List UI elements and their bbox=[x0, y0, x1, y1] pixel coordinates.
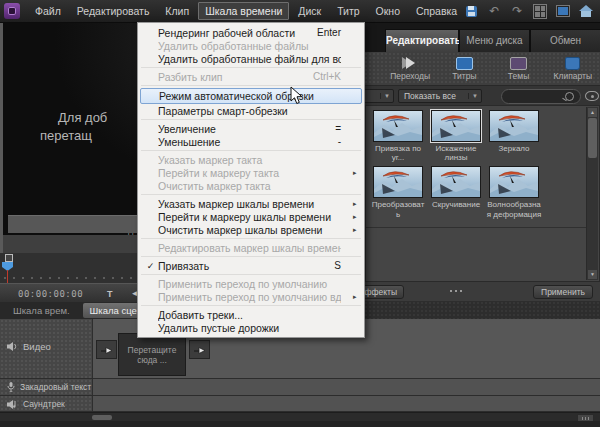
effect-item[interactable]: Скручивание bbox=[427, 166, 485, 218]
menu-item[interactable]: Удалить обработанные файлы для всех прое… bbox=[138, 52, 364, 65]
menu-item-shortcut: Ctrl+K bbox=[313, 71, 353, 82]
effect-thumbnail bbox=[373, 166, 423, 198]
redo-button[interactable]: ↷ bbox=[510, 5, 524, 18]
menu-item[interactable] bbox=[141, 256, 361, 257]
menu-item[interactable]: Редактировать маркер шкалы времени... bbox=[138, 241, 364, 254]
fullscreen-preview-button[interactable] bbox=[556, 5, 570, 18]
menu-item[interactable]: Применить переход по умолчанию вдоль CTI… bbox=[138, 290, 364, 303]
menu-item[interactable]: Удалить обработанные файлы bbox=[138, 39, 364, 52]
effect-item[interactable]: Привязка по уг... bbox=[369, 110, 427, 162]
menu-item[interactable] bbox=[141, 238, 361, 239]
menu-item[interactable]: Указать маркер такта bbox=[138, 153, 364, 166]
tasks-panel-tabs: Редактировать Меню диска Обмен bbox=[364, 22, 600, 52]
effect-item[interactable]: Преобразовать bbox=[369, 166, 427, 218]
menu-item[interactable] bbox=[141, 274, 361, 275]
track-label: Видео bbox=[23, 341, 51, 352]
effect-item[interactable]: Зеркало bbox=[485, 110, 543, 162]
menu-item[interactable]: Очистить маркер шкалы времени ▸ bbox=[138, 223, 364, 236]
effects-scrollbar[interactable]: ▲ ▼ bbox=[586, 107, 598, 280]
show-all-dropdown[interactable]: Показать все ▼ bbox=[398, 89, 482, 103]
tab-timeline-view[interactable]: Шкала врем. bbox=[6, 303, 77, 318]
save-button[interactable] bbox=[464, 5, 478, 18]
track-header-video[interactable]: Видео bbox=[0, 339, 92, 353]
menubar-item[interactable]: Клип bbox=[158, 2, 196, 20]
menu-item[interactable] bbox=[141, 150, 361, 151]
effect-item[interactable]: Волнообразная деформация bbox=[485, 166, 543, 218]
menu-item[interactable] bbox=[141, 194, 361, 195]
menu-item[interactable] bbox=[141, 119, 361, 120]
set-marker-button[interactable]: Т bbox=[107, 289, 113, 299]
scrollbar-thumb[interactable] bbox=[588, 118, 597, 158]
work-area-marker-icon[interactable] bbox=[5, 254, 13, 262]
track-label: Закадровый текст bbox=[20, 382, 91, 392]
menu-item[interactable] bbox=[141, 305, 361, 306]
menu-item-label: Уменьшение bbox=[158, 136, 338, 148]
category-label: Клипарты bbox=[553, 71, 592, 81]
tasks-panel-tab[interactable]: Меню диска bbox=[459, 29, 530, 52]
transition-slot-button[interactable] bbox=[189, 340, 210, 359]
menu-item[interactable]: Удалить пустые дорожки bbox=[138, 321, 364, 334]
menu-item[interactable] bbox=[141, 85, 361, 86]
menubar-item[interactable]: Шкала времени bbox=[198, 2, 289, 20]
menu-item[interactable]: Увеличение = bbox=[138, 122, 364, 135]
menubar-item[interactable]: Диск bbox=[291, 2, 328, 20]
scroll-up-icon[interactable]: ▲ bbox=[588, 108, 597, 117]
menubar-item[interactable]: Окно bbox=[369, 2, 407, 20]
menu-item[interactable]: ✓ Привязать S bbox=[138, 259, 364, 272]
menu-item[interactable]: Перейти к маркеру такта ▸ bbox=[138, 166, 364, 179]
menubar-item[interactable]: Справка bbox=[409, 2, 464, 20]
menu-item-shortcut: Enter bbox=[317, 27, 353, 38]
menu-item[interactable]: Добавить треки... bbox=[138, 308, 364, 321]
narration-track-lane[interactable] bbox=[93, 379, 600, 395]
tasks-panel-tab[interactable]: Редактировать bbox=[385, 29, 459, 52]
home-button[interactable] bbox=[579, 5, 593, 18]
checkmark-icon: ✓ bbox=[143, 261, 158, 271]
menu-item-label: Указать маркер шкалы времени bbox=[158, 198, 341, 210]
menu-item[interactable]: Рендеринг рабочей области Enter bbox=[138, 26, 364, 39]
search-input[interactable] bbox=[501, 89, 581, 104]
scroll-down-icon[interactable]: ▼ bbox=[588, 270, 597, 279]
edit-effects-label: эффекты bbox=[360, 287, 397, 297]
apply-button[interactable]: Применить bbox=[533, 285, 593, 299]
submenu-arrow-icon: ▸ bbox=[353, 169, 360, 177]
undo-button[interactable]: ↶ bbox=[487, 5, 501, 18]
submenu-arrow-icon: ▸ bbox=[353, 200, 360, 208]
menu-item[interactable] bbox=[141, 67, 361, 68]
clip-placeholder-label: Перетащите сюда ... bbox=[122, 345, 182, 365]
tasks-panel-tab[interactable]: Обмен bbox=[530, 29, 600, 52]
category-item[interactable]: Клипарты bbox=[547, 56, 599, 81]
menu-item[interactable]: Режим автоматической обрезки bbox=[140, 88, 362, 104]
menubar-item[interactable]: Файл bbox=[28, 2, 68, 20]
floppy-icon bbox=[466, 6, 477, 17]
submenu-arrow-icon: ▸ bbox=[353, 293, 360, 301]
menu-item[interactable]: Уменьшение - bbox=[138, 135, 364, 148]
menu-item[interactable]: Перейти к маркеру шкалы времени ▸ bbox=[138, 210, 364, 223]
splitter-grip-icon[interactable] bbox=[450, 290, 462, 292]
category-item[interactable]: Титры bbox=[438, 56, 490, 81]
track-header-narration[interactable]: Закадровый текст bbox=[0, 380, 92, 394]
menu-item[interactable]: Указать маркер шкалы времени ▸ bbox=[138, 197, 364, 210]
menu-item-label: Добавить треки... bbox=[158, 309, 341, 321]
menu-item-label: Разбить клип bbox=[158, 71, 313, 83]
track-header-soundtrack[interactable]: Саундтрек bbox=[0, 397, 92, 411]
menubar-item[interactable]: Титр bbox=[330, 2, 366, 20]
scrollbar-thumb[interactable] bbox=[92, 415, 112, 420]
menu-item[interactable]: Параметры смарт-обрезки bbox=[138, 104, 364, 117]
monitor-icon bbox=[556, 5, 570, 17]
track-label: Саундтрек bbox=[23, 399, 65, 409]
menu-item[interactable]: Очистить маркер такта bbox=[138, 179, 364, 192]
clip-drop-placeholder[interactable]: Перетащите сюда ... bbox=[118, 333, 186, 376]
transition-slot-button[interactable] bbox=[96, 340, 117, 359]
menubar-item[interactable]: Редактировать bbox=[70, 2, 157, 20]
effect-item[interactable]: Искажение линзы bbox=[427, 110, 485, 162]
title-bar: ФайлРедактироватьКлипШкала времениДискТи… bbox=[0, 0, 600, 23]
menu-item[interactable]: Применить переход по умолчанию bbox=[138, 277, 364, 290]
category-item[interactable]: Переходы bbox=[384, 56, 436, 81]
soundtrack-track-lane[interactable] bbox=[93, 396, 600, 412]
eye-icon[interactable] bbox=[585, 91, 599, 101]
category-icon bbox=[456, 57, 473, 70]
menu-item[interactable]: Разбить клип Ctrl+K bbox=[138, 70, 364, 83]
microphone-icon bbox=[7, 382, 15, 392]
category-item[interactable]: Темы bbox=[493, 56, 545, 81]
organizer-button[interactable] bbox=[533, 5, 547, 18]
